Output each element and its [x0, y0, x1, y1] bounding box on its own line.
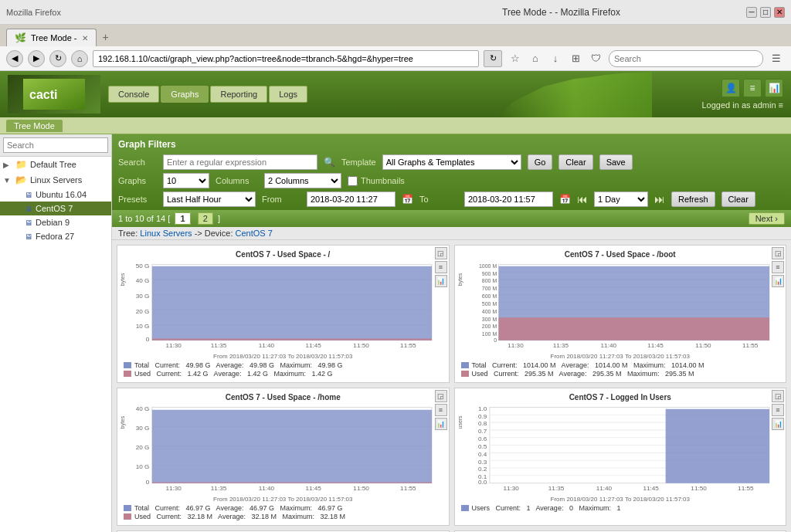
breadcrumb-arrow: -> Device: — [195, 229, 236, 238]
clear-preset-button[interactable]: Clear — [721, 191, 755, 207]
logged-in-label: Logged in as admin ≡ — [702, 100, 784, 110]
forward-button[interactable]: ▶ — [28, 50, 45, 67]
sidebar-item-ubuntu[interactable]: 🖥 Ubuntu 16.04 — [0, 188, 111, 202]
graphs-grid: CentOS 7 - Used Space - / ◲ ≡ 📊 — [112, 240, 791, 532]
back-button[interactable]: ◀ — [6, 50, 23, 67]
to-input[interactable] — [464, 191, 553, 207]
presets-select[interactable]: Last Half Hour — [163, 191, 256, 207]
graph-chart-area: 1000 M 900 M 800 M 700 M 600 M 500 M 400… — [458, 260, 783, 353]
app-header: cacti Console Graphs Reporting Logs 👤 ≡ … — [0, 71, 791, 117]
sidebar-item-debian[interactable]: 🖥 Debian 9 — [0, 215, 111, 229]
shield-icon[interactable]: 🛡 — [587, 50, 604, 67]
next-button[interactable]: Next › — [749, 212, 785, 225]
browser-search-input[interactable] — [609, 50, 763, 67]
svg-text:11:40: 11:40 — [259, 343, 275, 350]
calendar-icon[interactable]: 📅 — [402, 194, 413, 205]
from-input[interactable] — [307, 191, 396, 207]
calendar-icon-2[interactable]: 📅 — [559, 194, 571, 205]
address-input[interactable] — [93, 50, 479, 67]
svg-text:11:55: 11:55 — [400, 486, 416, 493]
graph-legend: Total Current: 49.98 G Average: 49.98 G … — [121, 360, 446, 379]
svg-text:0.4: 0.4 — [478, 451, 487, 458]
svg-text:11:30: 11:30 — [165, 486, 182, 493]
svg-text:11:45: 11:45 — [647, 343, 664, 350]
sidebar-item-linux-servers[interactable]: ▼ 📂 Linux Servers — [0, 172, 111, 188]
legend-row-total: Total Current: 49.98 G Average: 49.98 G … — [124, 361, 443, 369]
active-tab[interactable]: 🌿 Tree Mode - ✕ — [6, 29, 97, 46]
svg-text:1000 M: 1000 M — [478, 263, 497, 269]
template-label: Template — [341, 158, 376, 167]
download-icon[interactable]: ↓ — [547, 50, 564, 67]
sidebar-item-centos[interactable]: 🖥 CentOS 7 — [0, 202, 111, 215]
graph-search-input[interactable] — [163, 154, 317, 170]
breadcrumb-tree-link[interactable]: Linux Servers — [140, 229, 192, 238]
graph-action-1[interactable]: ◲ — [435, 247, 447, 259]
graph-action-1[interactable]: ◲ — [435, 390, 447, 402]
breadcrumb-device-link[interactable]: CentOS 7 — [236, 229, 273, 238]
sidebar-item-default-tree[interactable]: ▶ 📁 Default Tree — [0, 157, 111, 172]
minimize-button[interactable]: ─ — [746, 7, 757, 18]
svg-text:800 M: 800 M — [481, 279, 497, 284]
sidebar-item-label: Default Tree — [30, 160, 76, 169]
header-icon-3[interactable]: 📊 — [765, 79, 783, 97]
svg-text:cacti: cacti — [29, 88, 57, 101]
next-interval-icon[interactable]: ⏭ — [654, 193, 665, 205]
svg-text:11:50: 11:50 — [691, 486, 707, 493]
svg-marker-61 — [152, 483, 432, 483]
page-2-link[interactable]: 2 — [198, 212, 213, 225]
home-icon[interactable]: ⌂ — [527, 50, 544, 67]
tab-label: Tree Mode - — [31, 33, 77, 42]
svg-text:50 G: 50 G — [136, 263, 150, 269]
go-button[interactable]: Go — [528, 154, 553, 170]
graph-card-used-space-home: CentOS 7 - Used Space - /home ◲ ≡ 📊 40 G… — [117, 388, 450, 526]
graphs-select[interactable]: 10 — [163, 173, 209, 188]
nav-logs[interactable]: Logs — [269, 86, 307, 103]
thumbnails-checkbox[interactable] — [348, 176, 358, 186]
folder-open-icon: 📂 — [15, 175, 27, 185]
legend-row-total: Total Current: 46.97 G Average: 46.97 G … — [124, 504, 443, 512]
tab-close-button[interactable]: ✕ — [82, 34, 88, 42]
apps-icon[interactable]: ⊞ — [567, 50, 584, 67]
columns-select[interactable]: 2 Columns — [264, 173, 341, 188]
y-axis-label: bytes — [121, 273, 125, 286]
sidebar-item-label: Fedora 27 — [36, 232, 74, 241]
reload-button[interactable]: ↻ — [484, 50, 502, 67]
page-1-link[interactable]: 1 — [175, 212, 190, 225]
interval-select[interactable]: 1 Day — [594, 191, 648, 207]
main-layout: ▶ 📁 Default Tree ▼ 📂 Linux Servers 🖥 Ubu… — [0, 134, 791, 532]
sidebar-item-fedora[interactable]: 🖥 Fedora 27 — [0, 229, 111, 243]
header-icon-1[interactable]: 👤 — [721, 79, 740, 97]
refresh-button[interactable]: Refresh — [671, 191, 715, 207]
thumbnails-checkbox-label[interactable]: Thumbnails — [348, 176, 405, 186]
sidebar-search-input[interactable] — [3, 137, 108, 153]
legend-color-total — [461, 362, 469, 368]
from-label: From — [262, 195, 300, 204]
svg-text:40 G: 40 G — [136, 278, 150, 285]
graph-action-1[interactable]: ◲ — [772, 247, 784, 259]
new-tab-button[interactable]: + — [97, 28, 115, 46]
menu-icon[interactable]: ☰ — [768, 50, 785, 67]
svg-text:20 G: 20 G — [136, 308, 150, 315]
nav-console[interactable]: Console — [108, 86, 159, 103]
nav-graphs[interactable]: Graphs — [161, 86, 209, 103]
legend-row-used: Used Current: 1.42 G Average: 1.42 G Max… — [124, 370, 443, 378]
nav-reporting[interactable]: Reporting — [210, 86, 267, 103]
prev-interval-icon[interactable]: ⏮ — [577, 193, 588, 205]
clear-button[interactable]: Clear — [558, 154, 592, 170]
folder-icon: 📁 — [15, 159, 27, 170]
save-button[interactable]: Save — [599, 154, 633, 170]
bookmark-icon[interactable]: ☆ — [507, 50, 524, 67]
device-icon: 🖥 — [25, 232, 32, 241]
tree-mode-tab[interactable]: Tree Mode — [6, 120, 63, 132]
refresh-button[interactable]: ↻ — [49, 50, 66, 67]
home-button[interactable]: ⌂ — [71, 50, 88, 67]
close-button[interactable]: ✕ — [774, 7, 785, 18]
header-icon-2[interactable]: ≡ — [743, 79, 762, 97]
graph-title: CentOS 7 - Used Space - /home — [121, 391, 446, 403]
maximize-button[interactable]: □ — [760, 7, 771, 18]
graph-chart-area: 1.0 0.9 0.8 0.7 0.6 0.5 0.4 0.3 0.2 0.1 … — [458, 403, 783, 496]
template-select[interactable]: All Graphs & Templates — [382, 154, 521, 170]
graph-action-1[interactable]: ◲ — [772, 390, 784, 402]
window-controls[interactable]: ─ □ ✕ — [746, 7, 785, 18]
svg-text:30 G: 30 G — [136, 293, 150, 300]
